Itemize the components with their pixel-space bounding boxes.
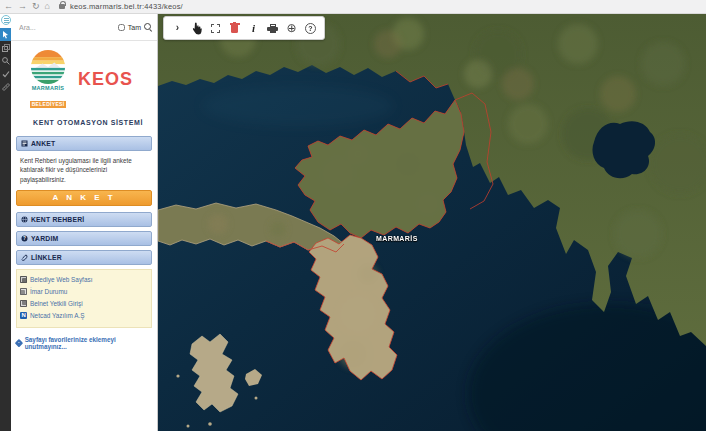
map-toolbar: › i	[163, 16, 325, 40]
app-window: ← → ↻ ⌂ keos.marmaris.bel.tr:4433/keos/	[0, 0, 706, 431]
side-tool-strip	[0, 14, 11, 431]
home-icon[interactable]: ⌂	[45, 2, 50, 11]
tool-select-cursor[interactable]	[0, 28, 11, 41]
magnifier-icon	[2, 57, 10, 65]
check-icon	[2, 70, 10, 78]
tool-check[interactable]	[0, 67, 11, 80]
help-button[interactable]: ?	[303, 20, 318, 36]
section-header-kent-rehberi[interactable]: KENT REHBERİ	[16, 212, 152, 227]
link-label: İmar Durumu	[30, 288, 67, 295]
address-bar[interactable]: keos.marmaris.bel.tr:4433/keos/	[70, 2, 183, 11]
tool-measure[interactable]	[0, 80, 11, 93]
tag-icon	[15, 339, 23, 347]
question-circle-icon: ?	[21, 235, 28, 242]
system-subtitle: KENT OTOMASYON SİSTEMİ	[25, 119, 151, 126]
website-icon	[20, 276, 27, 283]
chevron-right-icon: ›	[176, 23, 179, 33]
login-icon	[20, 300, 27, 307]
ruler-icon	[2, 83, 10, 91]
link-imar-durumu[interactable]: İmar Durumu	[20, 286, 148, 298]
search-row: Tam	[11, 14, 157, 41]
pan-button[interactable]	[189, 20, 204, 36]
anket-description: Kent Rehberi uygulaması ile ilgili anket…	[16, 155, 152, 189]
favorites-note-text: Sayfayı favorilerinize eklemeyi unutmayı…	[25, 336, 152, 350]
survey-icon	[21, 140, 28, 147]
refresh-icon[interactable]: ↻	[32, 2, 40, 11]
trash-icon	[231, 25, 238, 33]
map-viewport[interactable]: MARMARİS › i	[158, 14, 706, 431]
browser-chrome: ← → ↻ ⌂ keos.marmaris.bel.tr:4433/keos/	[0, 0, 706, 14]
search-input[interactable]	[19, 24, 115, 31]
tool-search[interactable]	[0, 54, 11, 67]
exact-match-checkbox[interactable]	[118, 24, 125, 31]
back-icon[interactable]: ←	[4, 2, 13, 11]
section-header-anket[interactable]: ANKET	[16, 136, 152, 151]
info-button[interactable]: i	[246, 20, 261, 36]
cursor-icon	[2, 31, 9, 39]
link-label: Netcad Yazılım A.Ş	[30, 312, 84, 319]
section-label: LİNKLER	[31, 254, 62, 261]
lock-icon	[59, 4, 65, 9]
links-panel: Belediye Web Sayfası İmar Durumu Belnet …	[16, 269, 152, 328]
sidebar: Tam	[11, 14, 158, 431]
link-belediye-web[interactable]: Belediye Web Sayfası	[20, 274, 148, 286]
zoning-icon	[20, 288, 27, 295]
search-icon[interactable]	[144, 23, 152, 31]
link-netcad[interactable]: Netcad Yazılım A.Ş	[20, 310, 148, 322]
zoom-extent-button[interactable]	[208, 20, 223, 36]
section-label: ANKET	[31, 140, 55, 147]
print-button[interactable]	[265, 20, 280, 36]
place-label: MARMARİS	[376, 235, 418, 242]
link-label: Belediye Web Sayfası	[30, 276, 92, 283]
info-icon: i	[252, 22, 255, 34]
municipality-logo: MARMARİS BELEDİYESİ	[25, 49, 71, 110]
extent-icon	[211, 24, 220, 33]
link-label: Belnet Yetkili Girişi	[30, 300, 83, 307]
paperclip-icon	[21, 254, 28, 261]
municipality-name: MARMARİS	[25, 85, 71, 92]
anket-button[interactable]: A N K E T	[16, 190, 152, 206]
expand-button[interactable]: ›	[170, 20, 185, 36]
crosshair-icon: ⊕	[286, 22, 296, 34]
locate-button[interactable]: ⊕	[284, 20, 299, 36]
menu-toggle-icon[interactable]	[1, 15, 11, 25]
section-label: YARDIM	[31, 235, 58, 242]
link-belnet-yetkili[interactable]: Belnet Yetkili Girişi	[20, 298, 148, 310]
globe-icon	[21, 216, 28, 223]
sidebar-menu: ANKET Kent Rehberi uygulaması ile ilgili…	[11, 136, 157, 350]
section-label: KENT REHBERİ	[31, 216, 84, 223]
svg-text:?: ?	[23, 236, 26, 241]
satellite-map[interactable]	[158, 14, 706, 431]
netcad-icon	[20, 312, 27, 319]
marmaris-emblem-icon	[30, 49, 66, 85]
forward-icon[interactable]: →	[18, 2, 27, 11]
section-header-yardim[interactable]: ? YARDIM	[16, 231, 152, 246]
tool-layers[interactable]	[0, 41, 11, 54]
help-icon: ?	[305, 23, 316, 34]
hand-icon	[191, 22, 202, 35]
favorites-note: Sayfayı favorilerinize eklemeyi unutmayı…	[16, 336, 152, 350]
clear-button[interactable]	[227, 20, 242, 36]
logo-block: MARMARİS BELEDİYESİ KEOS KENT OTOMASYON …	[11, 41, 157, 130]
layers-icon	[2, 44, 10, 52]
municipality-type: BELEDİYESİ	[30, 101, 67, 108]
exact-match-label: Tam	[128, 24, 141, 31]
brand-title: KEOS	[78, 69, 133, 90]
section-header-linkler[interactable]: LİNKLER	[16, 250, 152, 265]
printer-icon	[267, 24, 278, 33]
